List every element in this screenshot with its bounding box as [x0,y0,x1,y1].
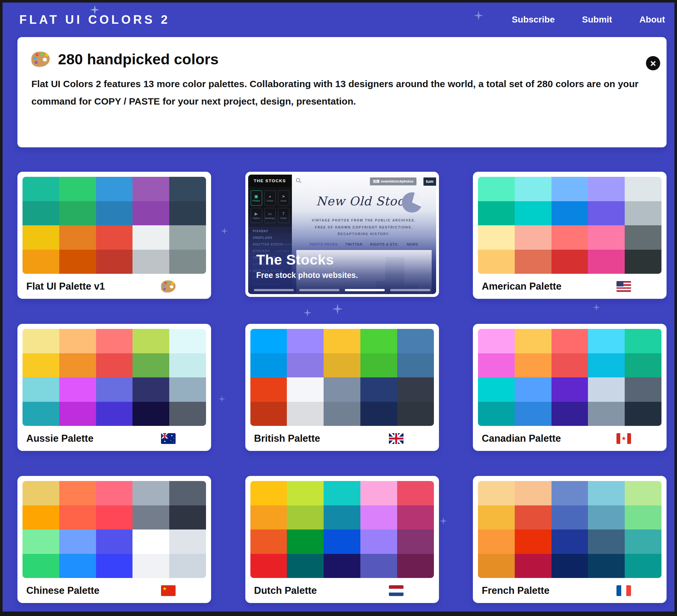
color-swatch[interactable] [324,402,360,426]
color-swatch[interactable] [169,353,206,378]
color-swatch[interactable] [551,353,588,378]
color-swatch[interactable] [625,353,662,378]
color-swatch[interactable] [169,250,206,274]
color-swatch[interactable] [133,554,169,578]
color-swatch[interactable] [59,402,96,426]
color-swatch[interactable] [133,481,169,506]
color-swatch[interactable] [251,377,287,402]
color-swatch[interactable] [625,177,662,201]
color-swatch[interactable] [588,329,625,353]
color-swatch[interactable] [478,250,515,274]
color-swatch[interactable] [360,377,397,402]
color-swatch[interactable] [324,554,360,578]
color-swatch[interactable] [251,554,287,578]
palette-card[interactable]: French Palette [473,476,667,603]
color-swatch[interactable] [551,329,588,353]
color-swatch[interactable] [96,201,133,226]
color-swatch[interactable] [133,377,169,402]
color-swatch[interactable] [287,529,324,554]
color-swatch[interactable] [588,529,625,554]
color-swatch[interactable] [625,329,662,353]
color-swatch[interactable] [478,225,515,250]
color-swatch[interactable] [169,481,206,506]
color-swatch[interactable] [169,554,206,578]
color-swatch[interactable] [588,353,625,378]
color-swatch[interactable] [397,481,434,506]
color-swatch[interactable] [22,402,59,426]
palette-card[interactable]: Chinese Palette [17,476,211,603]
color-swatch[interactable] [22,353,59,378]
color-swatch[interactable] [397,329,434,353]
color-swatch[interactable] [59,225,96,250]
color-swatch[interactable] [625,529,662,554]
color-swatch[interactable] [96,402,133,426]
color-swatch[interactable] [588,250,625,274]
color-swatch[interactable] [625,250,662,274]
color-swatch[interactable] [287,353,324,378]
color-swatch[interactable] [360,329,397,353]
color-swatch[interactable] [588,225,625,250]
color-swatch[interactable] [251,329,287,353]
color-swatch[interactable] [22,329,59,353]
color-swatch[interactable] [551,201,588,226]
color-swatch[interactable] [59,506,96,530]
nav-subscribe[interactable]: Subscribe [512,14,555,25]
color-swatch[interactable] [22,177,59,201]
color-swatch[interactable] [133,201,169,226]
color-swatch[interactable] [551,250,588,274]
palette-card[interactable]: Aussie Palette [17,324,211,451]
color-swatch[interactable] [397,377,434,402]
nav-submit[interactable]: Submit [582,14,612,25]
color-swatch[interactable] [515,377,551,402]
color-swatch[interactable] [478,353,515,378]
color-swatch[interactable] [287,481,324,506]
color-swatch[interactable] [478,177,515,201]
color-swatch[interactable] [515,554,551,578]
color-swatch[interactable] [588,506,625,530]
color-swatch[interactable] [478,201,515,226]
color-swatch[interactable] [96,329,133,353]
color-swatch[interactable] [59,529,96,554]
color-swatch[interactable] [588,402,625,426]
color-swatch[interactable] [324,506,360,530]
color-swatch[interactable] [59,377,96,402]
color-swatch[interactable] [515,250,551,274]
palette-card[interactable]: Dutch Palette [245,476,439,603]
color-swatch[interactable] [169,402,206,426]
color-swatch[interactable] [169,201,206,226]
color-swatch[interactable] [625,506,662,530]
color-swatch[interactable] [324,481,360,506]
site-logo[interactable]: FLAT UI COLORS 2 [19,13,170,27]
color-swatch[interactable] [478,329,515,353]
color-swatch[interactable] [169,177,206,201]
color-swatch[interactable] [588,201,625,226]
color-swatch[interactable] [551,377,588,402]
color-swatch[interactable] [515,353,551,378]
color-swatch[interactable] [397,506,434,530]
color-swatch[interactable] [287,377,324,402]
color-swatch[interactable] [287,554,324,578]
color-swatch[interactable] [169,225,206,250]
palette-card[interactable]: American Palette [473,172,667,299]
color-swatch[interactable] [515,225,551,250]
color-swatch[interactable] [515,402,551,426]
color-swatch[interactable] [59,481,96,506]
color-swatch[interactable] [96,529,133,554]
color-swatch[interactable] [287,402,324,426]
color-swatch[interactable] [397,353,434,378]
color-swatch[interactable] [251,353,287,378]
color-swatch[interactable] [360,353,397,378]
color-swatch[interactable] [324,353,360,378]
palette-card[interactable]: British Palette [245,324,439,451]
color-swatch[interactable] [515,481,551,506]
color-swatch[interactable] [251,506,287,530]
palette-card[interactable]: Canadian Palette [473,324,667,451]
color-swatch[interactable] [515,329,551,353]
color-swatch[interactable] [625,225,662,250]
color-swatch[interactable] [588,554,625,578]
color-swatch[interactable] [133,225,169,250]
color-swatch[interactable] [169,377,206,402]
color-swatch[interactable] [96,353,133,378]
color-swatch[interactable] [551,481,588,506]
color-swatch[interactable] [551,402,588,426]
